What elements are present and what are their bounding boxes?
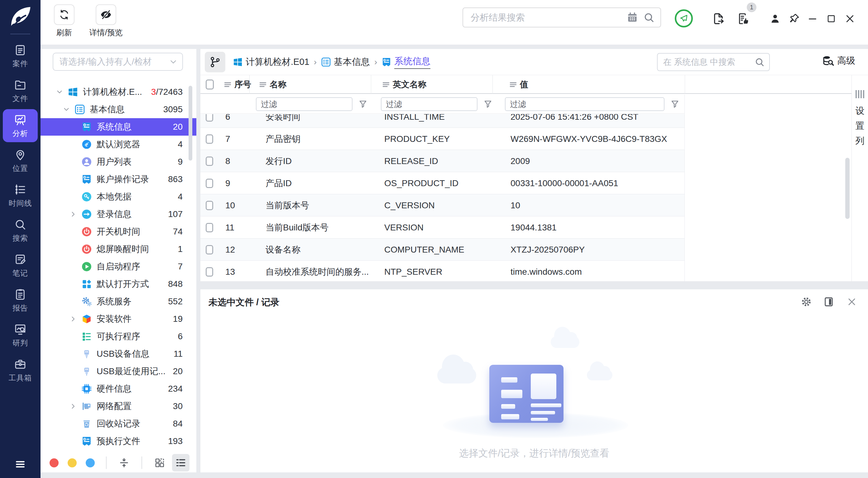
tree-item[interactable]: 登录信息 107 — [40, 206, 196, 223]
close-button[interactable] — [842, 11, 858, 26]
tree-item[interactable]: USB最近使用记... 20 — [40, 363, 196, 380]
sidebar-item-research[interactable]: 研判 — [3, 319, 38, 352]
tree-item[interactable]: 可执行程序 6 — [40, 328, 196, 345]
tree-item[interactable]: 预执行文件 193 — [40, 432, 196, 450]
table-row[interactable]: 6 安装时间 INSTALL_TIME 2025-07-06 15:41:26 … — [200, 114, 685, 128]
list-icon — [74, 104, 85, 115]
pin-icon[interactable] — [787, 11, 802, 26]
table-row[interactable]: 9 产品ID OS_PRODUCT_ID 00331-10000-00001-A… — [200, 172, 685, 194]
funnel-icon[interactable] — [484, 100, 492, 109]
chevron-right-icon[interactable] — [68, 314, 79, 324]
sidebar-item-note[interactable]: 笔记 — [3, 249, 38, 282]
chevron-placeholder — [68, 156, 79, 167]
tree-item[interactable]: 安装软件 19 — [40, 310, 196, 328]
row-checkbox[interactable] — [206, 194, 213, 216]
table-row[interactable]: 13 自动校准系统时间的服务... NTP_SERVER time.window… — [200, 261, 685, 281]
tree-item[interactable]: 回收站记录 84 — [40, 415, 196, 432]
report-review-icon[interactable] — [736, 11, 751, 26]
row-checkbox[interactable] — [206, 239, 213, 261]
close-panel-icon[interactable] — [845, 296, 858, 308]
tree-item[interactable]: 本地凭据 4 — [40, 188, 196, 206]
tree-item[interactable]: USB设备信息 11 — [40, 345, 196, 363]
holder-select-dropdown[interactable]: 请选择/输入持有人/检材 — [53, 53, 183, 71]
branch-view-icon[interactable] — [205, 52, 225, 72]
tree-item[interactable]: 基本信息 3095 — [40, 101, 196, 118]
tree-item[interactable]: 网络配置 30 — [40, 397, 196, 415]
table-search-input[interactable] — [663, 57, 754, 67]
tree-item[interactable]: 账户操作记录 863 — [40, 171, 196, 188]
maximize-button[interactable] — [824, 11, 839, 26]
tree-item[interactable]: e 默认浏览器 4 — [40, 136, 196, 153]
tree-item[interactable]: 系统服务 552 — [40, 293, 196, 310]
sidebar-item-toolbox[interactable]: 工具箱 — [3, 354, 38, 387]
advanced-search-button[interactable]: 高级 — [822, 55, 855, 67]
grid-view-button[interactable] — [151, 454, 168, 472]
item-count: 84 — [173, 419, 183, 429]
tree-item[interactable]: 用户列表 9 — [40, 153, 196, 171]
sidebar-item-report[interactable]: 报告 — [3, 284, 38, 317]
table-scrollbar[interactable] — [845, 158, 849, 219]
tree-item[interactable]: 熄屏唤醒时间 1 — [40, 240, 196, 258]
tree-item[interactable]: 默认打开方式 848 — [40, 275, 196, 293]
sidebar-item-location[interactable]: 位置 — [3, 144, 38, 177]
hamburger-menu-icon[interactable] — [0, 459, 40, 470]
folder-icon — [14, 78, 27, 91]
breadcrumb-item[interactable]: 系统信息 — [381, 55, 430, 69]
filter-value-input[interactable] — [505, 99, 664, 109]
tree-item[interactable]: 自启动程序 7 — [40, 258, 196, 275]
row-checkbox[interactable] — [206, 114, 213, 128]
table-row[interactable]: 11 当前Build版本号 VERSION 19044.1381 — [200, 216, 685, 239]
notification-send-icon[interactable] — [675, 9, 693, 27]
row-checkbox[interactable] — [206, 216, 213, 239]
search-icon[interactable] — [643, 11, 655, 23]
refresh-button[interactable]: 刷新 — [45, 4, 83, 38]
collapse-all-button[interactable] — [115, 454, 133, 472]
detail-preview-button[interactable]: 详情/预览 — [85, 4, 127, 38]
column-header[interactable]: 值 — [509, 75, 528, 94]
row-checkbox[interactable] — [206, 128, 213, 150]
settings-gear-icon[interactable] — [800, 296, 812, 308]
minimize-button[interactable] — [805, 11, 820, 26]
breadcrumb-item[interactable]: 计算机检材.E01 — [233, 56, 309, 68]
column-header[interactable]: 英文名称 — [382, 75, 426, 94]
column-header[interactable]: 序号 — [224, 75, 251, 94]
export-icon[interactable] — [711, 11, 726, 26]
list-view-button[interactable] — [172, 454, 189, 472]
sidebar-item-search[interactable]: 搜索 — [3, 214, 38, 247]
tree-item[interactable]: 计算机检材.E... 3/72463 — [40, 83, 196, 101]
chevron-down-icon[interactable] — [54, 87, 65, 97]
sidebar-item-case[interactable]: 案件 — [3, 39, 38, 72]
yellow-filter-dot[interactable] — [68, 458, 77, 468]
table-row[interactable]: 7 产品密钥 PRODUCT_KEY W269N-WFGWX-YVC9B-4J6… — [200, 128, 685, 150]
chevron-down-icon[interactable] — [61, 104, 72, 115]
column-settings-strip[interactable]: 设置列 — [851, 75, 868, 281]
split-panel-icon[interactable] — [823, 296, 835, 308]
row-checkbox[interactable] — [206, 172, 213, 194]
global-search-input[interactable] — [471, 12, 627, 23]
table-row[interactable]: 12 设备名称 COMPUTER_NAME XTZJ-20250706PY — [200, 239, 685, 261]
red-filter-dot[interactable] — [50, 458, 59, 468]
sidebar-item-analysis[interactable]: 分析 — [3, 109, 38, 142]
funnel-icon[interactable] — [671, 100, 679, 109]
breadcrumb-item[interactable]: 基本信息 — [321, 56, 370, 68]
filter-name-input[interactable] — [256, 99, 352, 109]
row-checkbox[interactable] — [206, 150, 213, 172]
table-row[interactable]: 8 发行ID RELEASE_ID 2009 — [200, 150, 685, 172]
calendar-icon[interactable] — [627, 12, 638, 23]
tree-scrollbar[interactable] — [189, 86, 192, 160]
table-row[interactable]: 10 当前版本号 C_VERSION 10 — [200, 194, 685, 216]
sidebar-item-folder[interactable]: 文件 — [3, 74, 38, 107]
funnel-icon[interactable] — [359, 100, 367, 109]
row-checkbox[interactable] — [206, 261, 213, 281]
tree-item[interactable]: 硬件信息 234 — [40, 380, 196, 397]
filter-en-input[interactable] — [381, 99, 477, 109]
select-all-checkbox[interactable] — [206, 75, 214, 94]
tree-item[interactable]: 开关机时间 74 — [40, 223, 196, 240]
chevron-right-icon[interactable] — [68, 401, 79, 412]
chevron-right-icon[interactable] — [68, 209, 79, 219]
blue-filter-dot[interactable] — [86, 458, 95, 468]
tree-item[interactable]: 系统信息 20 — [40, 118, 196, 136]
column-header[interactable]: 名称 — [259, 75, 286, 94]
sidebar-item-timeline[interactable]: 时间线 — [3, 179, 38, 212]
user-icon[interactable] — [768, 11, 783, 26]
